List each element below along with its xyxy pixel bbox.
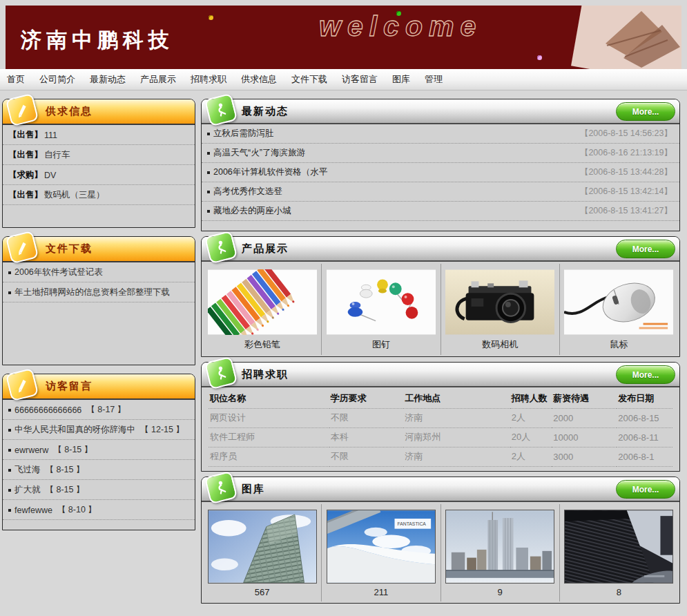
product-card-pencils[interactable]: 彩色铅笔 [203,264,322,355]
nav-item-about[interactable]: 公司简介 [39,73,75,86]
job-position[interactable]: 网页设计 [209,409,329,428]
list-item: 高考优秀作文选登 【2006-8-15 13:42:14】 [202,182,679,202]
product-caption: 数码相机 [444,338,557,351]
supply-item-list: 【出售】 111 【出售】 自行车 【求购】 DV 【出售】 数码机（三星） [3,125,195,227]
list-item[interactable]: ewrwerw 【 8-15 】 [3,440,195,460]
square-bullet-icon [8,469,11,472]
gallery-more-button[interactable]: More... [616,480,675,499]
news-item-title[interactable]: 2006年计算机软件资格（水平 [213,166,580,178]
job-position[interactable]: 软件工程师 [209,428,329,447]
news-section-header: 最新动态 More... [202,99,679,124]
download-item-text[interactable]: 2006年软件考试登记表 [14,267,103,278]
jobs-section-title: 招聘求职 [242,368,289,381]
square-bullet-icon [207,152,210,155]
list-item[interactable]: 中华人民共和国真的呀你辞海中 【 12-15 】 [3,420,195,440]
list-item[interactable]: 【求购】 DV [3,165,195,185]
news-item-title[interactable]: 高考优秀作文选登 [213,186,580,198]
job-position[interactable]: 程序员 [209,447,329,467]
product-card-camera[interactable]: 数码相机 [441,264,560,355]
list-item[interactable]: 【出售】 自行车 [3,145,195,165]
nav-item-gallery[interactable]: 图库 [392,73,410,86]
guestbook-item-date: 【 8-17 】 [86,404,126,416]
square-bullet-icon [207,210,210,213]
guestbook-item-text[interactable]: 扩大就 [14,484,41,496]
list-item: 2006年计算机软件资格（水平 【2006-8-15 13:44:28】 [202,163,679,182]
download-item-text[interactable]: 年土地招聘网站的信息资料全部整理下载 [14,287,170,298]
job-headcount: 2人 [510,409,552,428]
job-salary: 2000 [552,409,617,428]
job-education: 不限 [329,409,404,428]
top-strip [0,0,687,6]
list-item[interactable]: 66666666666666 【 8-17 】 [3,400,195,420]
list-item[interactable]: 扩大就 【 8-15 】 [3,480,195,500]
list-item[interactable]: 年土地招聘网站的信息资料全部整理下载 [3,282,195,302]
supply-item-text[interactable]: 数码机（三星） [44,189,105,201]
guestbook-item-text[interactable]: ewrwerw [14,445,48,455]
guestbook-item-date: 【 8-15 】 [46,484,85,496]
nav-item-news[interactable]: 最新动态 [90,73,126,86]
nav-item-admin[interactable]: 管理 [425,73,443,86]
gallery-caption: 8 [563,587,675,597]
product-caption: 图钉 [325,338,437,351]
news-item-title[interactable]: 高温天气“火”了海滨旅游 [213,147,580,159]
supply-box-header: 供求信息 [3,99,195,125]
nav-item-home[interactable]: 首页 [7,73,25,86]
nav-item-guestbook[interactable]: 访客留言 [342,73,378,86]
download-item-list: 2006年软件考试登记表 年土地招聘网站的信息资料全部整理下载 [3,262,195,365]
news-more-button[interactable]: More... [616,102,675,121]
list-item[interactable]: fewfewwe 【 8-10 】 [3,500,195,520]
main-nav: 首页 公司简介 最新动态 产品展示 招聘求职 供求信息 文件下载 访客留言 图库… [0,69,687,90]
guestbook-box-title: 访客留言 [46,380,93,393]
guestbook-item-text[interactable]: 飞过海 [14,464,41,476]
nav-item-supply[interactable]: 供求信息 [241,73,277,86]
welcome-outline-text: welcome [318,8,573,46]
supply-item-text[interactable]: 自行车 [44,149,70,161]
figure-tile-icon [204,93,238,126]
gallery-section: 图库 More... [201,477,680,604]
supply-item-tag: 【出售】 [8,189,43,201]
guestbook-item-text[interactable]: 中华人民共和国真的呀你辞海中 [14,424,135,436]
list-item[interactable]: 2006年软件考试登记表 [3,262,195,282]
job-location: 济南 [403,409,510,428]
supply-item-text[interactable]: DV [44,171,56,180]
jobs-table: 职位名称 学历要求 工作地点 招聘人数 薪资待遇 发布日期 网页设计 不限 济南… [209,387,673,467]
products-more-button[interactable]: More... [616,240,675,258]
gallery-card-twin-towers[interactable]: 9 [441,504,560,601]
news-item-timestamp: 【2006-8-15 13:41:27】 [580,205,673,217]
job-education: 本科 [329,428,404,447]
product-card-pins[interactable]: 图钉 [322,264,441,355]
supply-item-text[interactable]: 111 [44,131,57,140]
products-section-title: 产品展示 [242,242,289,256]
square-bullet-icon [8,409,11,412]
jobs-col-location: 工作地点 [403,387,510,409]
nav-item-downloads[interactable]: 文件下载 [291,73,327,86]
list-item[interactable]: 【出售】 数码机（三星） [3,185,195,205]
gallery-card-skyscraper[interactable]: 567 [203,504,322,601]
job-headcount: 20人 [510,428,552,447]
list-item[interactable]: 【出售】 111 [3,125,195,145]
decor-dot-green [396,11,401,16]
gallery-caption: 9 [444,587,557,597]
gallery-card-architecture[interactable]: FANTASTICA 211 [322,504,441,601]
jobs-header-row: 职位名称 学历要求 工作地点 招聘人数 薪资待遇 发布日期 [209,387,673,409]
job-salary: 3000 [552,447,617,467]
svg-text:welcome: welcome [319,10,482,42]
gallery-card-dark-building[interactable]: 8 [560,504,678,601]
product-card-mouse[interactable]: 鼠标 [560,264,678,355]
figure-tile-icon [204,231,238,264]
gallery-list: 567 FANTASTICA 211 [202,502,679,603]
nav-item-jobs[interactable]: 招聘求职 [191,73,226,86]
main-area: 供求信息 【出售】 111 【出售】 自行车 【求购】 DV 【出售】 数码机（… [0,90,687,610]
guestbook-item-text[interactable]: fewfewwe [14,506,52,515]
guestbook-item-text[interactable]: 66666666666666 [14,405,81,415]
pen-tile-icon [6,368,39,401]
push-pins-image [327,269,436,335]
news-item-title[interactable]: 藏地必去的两座小城 [213,205,580,217]
supply-item-tag: 【求购】 [8,169,43,181]
guestbook-item-date: 【 8-15 】 [46,464,85,476]
nav-item-products[interactable]: 产品展示 [140,73,176,86]
jobs-more-button[interactable]: More... [616,365,675,384]
list-item[interactable]: 飞过海 【 8-15 】 [3,460,195,480]
supply-info-box: 供求信息 【出售】 111 【出售】 自行车 【求购】 DV 【出售】 数码机（… [2,99,195,228]
news-item-title[interactable]: 立秋后需防泻肚 [213,128,580,139]
